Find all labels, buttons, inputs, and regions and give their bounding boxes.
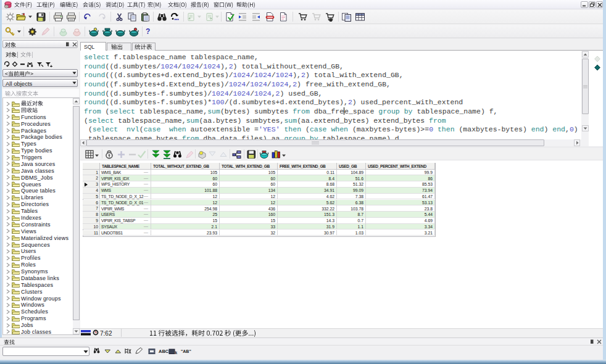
svg-text:"AB": "AB" [181, 349, 191, 354]
svg-text:k: k [175, 350, 178, 355]
svg-text:ABC: ABC [159, 349, 169, 354]
